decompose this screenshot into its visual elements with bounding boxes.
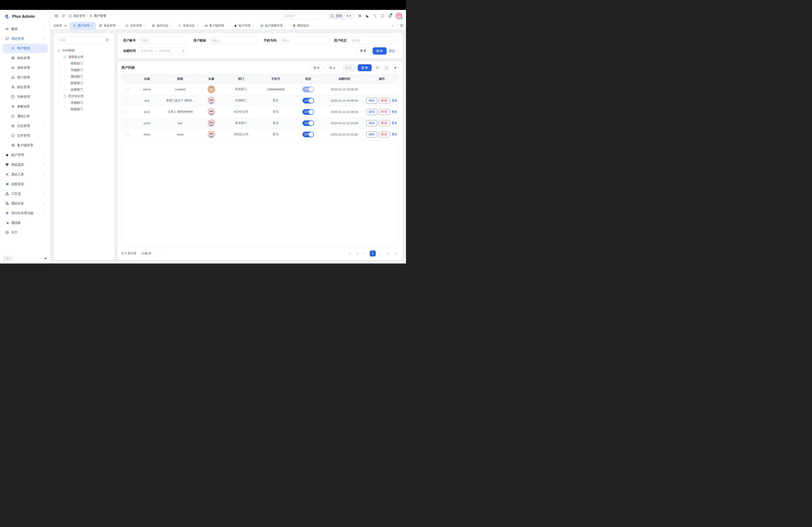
tab-cache-monitor[interactable]: redis缓存监控	[290, 22, 316, 30]
tree-leaf-dept[interactable]: 研发部门	[71, 60, 112, 67]
dark-mode-icon[interactable]	[365, 14, 369, 18]
user-avatar[interactable]	[395, 12, 402, 19]
sidebar-item-client-management[interactable]: 客户端管理	[3, 141, 47, 150]
table-refresh-button[interactable]	[374, 64, 381, 71]
tree-node-company[interactable]: 深圳总公司	[63, 54, 112, 60]
export-button[interactable]: 导出	[310, 64, 324, 71]
status-toggle[interactable]: 启用	[303, 109, 314, 115]
status-toggle[interactable]: 启用	[303, 98, 314, 104]
tree-leaf-dept[interactable]: 市场部门	[71, 100, 112, 106]
sidebar-item-system-tools[interactable]: 系统工具	[3, 170, 47, 179]
more-link[interactable]: 更多	[392, 121, 397, 125]
row-checkbox[interactable]	[126, 122, 129, 125]
tree-refresh-button[interactable]	[103, 37, 111, 44]
sidebar-item-system-monitor[interactable]: 系统监控	[3, 160, 47, 169]
sidebar-item-process-start[interactable]: 流程发起	[3, 179, 47, 189]
status-select[interactable]: 请选择	[349, 37, 398, 44]
edit-button[interactable]: 编辑	[366, 120, 377, 126]
sidebar-item-workflow[interactable]: 工作流	[3, 189, 47, 198]
tab-tenant-management[interactable]: 租户管理	[231, 22, 257, 30]
sidebar-item-post-management[interactable]: 岗位管理	[3, 82, 47, 92]
tenant-select-input[interactable]	[281, 12, 324, 19]
tab-analysis-page[interactable]: 分析页	[50, 22, 70, 30]
tree-leaf-dept[interactable]: 运维部门	[71, 86, 112, 93]
tree-leaf-dept[interactable]: 财务部门	[71, 80, 112, 86]
sidebar-item-dict-management[interactable]: 字典管理	[3, 92, 47, 102]
sidebar-item-param-settings[interactable]: 参数设置	[3, 102, 47, 111]
table-settings-button[interactable]	[392, 64, 399, 71]
page-last-button[interactable]	[393, 251, 399, 257]
edit-button[interactable]: 编辑	[366, 109, 377, 115]
edit-button[interactable]: 编辑	[366, 132, 377, 137]
tab-user-management[interactable]: 用户管理	[70, 22, 96, 30]
close-icon[interactable]	[170, 25, 172, 27]
breadcrumb-system-management[interactable]: 系统管理	[69, 14, 85, 18]
sidebar-pin-button[interactable]	[44, 257, 47, 260]
sidebar-item-notice[interactable]: 通知公告	[3, 111, 47, 121]
sidebar-item-menu-management[interactable]: 菜单管理	[3, 63, 47, 72]
settings-icon[interactable]	[358, 14, 362, 18]
tab-client-management[interactable]: 客户端管理	[202, 22, 231, 30]
edit-button[interactable]: 编辑	[366, 97, 377, 104]
collapse-box-icon[interactable]	[63, 95, 66, 98]
tabs-dropdown-button[interactable]	[388, 22, 397, 30]
tree-leaf-dept[interactable]: 市场部门	[71, 67, 112, 73]
sidebar-item-tenant-management[interactable]: 租户管理	[3, 150, 47, 160]
sidebar-item-system-management[interactable]: 系统管理	[3, 34, 47, 43]
tree-node-root[interactable]: XXX科技	[57, 47, 112, 54]
sidebar-item-file-management[interactable]: 文件管理	[3, 131, 47, 140]
page-number-current[interactable]: 1	[370, 251, 376, 257]
close-icon[interactable]	[310, 25, 313, 27]
tab-role-management[interactable]: 角色管理	[96, 22, 122, 30]
table-fullscreen-button[interactable]	[383, 64, 390, 71]
tree-leaf-dept[interactable]: 财务部门	[71, 106, 112, 112]
tab-operation-log[interactable]: 操作日志	[149, 22, 175, 30]
more-link[interactable]: 更多	[392, 99, 397, 102]
collapse-box-icon[interactable]	[57, 49, 60, 52]
tree-leaf-dept[interactable]: 测试部门	[71, 73, 112, 80]
breadcrumb-user-management[interactable]: 用户管理	[89, 14, 106, 18]
page-next-jump-button[interactable]	[385, 251, 391, 257]
reset-button[interactable]: 重置	[357, 47, 371, 55]
sidebar-item-demo-features[interactable]: 演示站专用功能	[3, 209, 47, 218]
row-checkbox[interactable]	[126, 133, 129, 136]
sidebar-collapse-button[interactable]: «	[3, 255, 13, 261]
sidebar-item-wechat-group[interactable]: 微信群	[3, 218, 47, 227]
page-prev-button[interactable]	[362, 251, 368, 257]
row-checkbox[interactable]	[126, 88, 129, 91]
close-icon[interactable]	[284, 25, 287, 27]
tab-login-log[interactable]: 登录日志	[175, 22, 202, 30]
close-icon[interactable]	[196, 25, 199, 27]
global-search[interactable]: 搜索 K	[328, 12, 354, 20]
row-checkbox[interactable]	[126, 99, 129, 102]
sidebar-item-role-management[interactable]: 角色管理	[3, 54, 47, 63]
sidebar-item-my-tasks[interactable]: 我的任务	[3, 199, 47, 208]
delete-row-button[interactable]: 删除	[379, 120, 390, 126]
phone-input[interactable]	[281, 39, 325, 42]
page-size-select[interactable]: 10条/页	[139, 250, 160, 257]
collapse-filter-link[interactable]: 收起	[389, 49, 398, 53]
delete-row-button[interactable]: 删除	[379, 109, 390, 115]
notifications-button[interactable]	[388, 14, 392, 18]
more-link[interactable]: 更多	[392, 133, 397, 136]
menu-toggle-icon[interactable]	[54, 14, 58, 18]
close-icon[interactable]	[143, 25, 146, 27]
import-button[interactable]: 导入	[326, 64, 340, 71]
status-toggle[interactable]: 启用	[303, 120, 314, 126]
page-first-button[interactable]	[347, 251, 353, 257]
delete-button[interactable]: 删除	[342, 64, 356, 71]
page-next-button[interactable]	[377, 251, 383, 257]
delete-row-button[interactable]: 删除	[379, 97, 390, 104]
close-icon[interactable]	[226, 25, 228, 27]
date-range-picker[interactable]: 开始日期 结束日期	[138, 47, 188, 55]
close-icon[interactable]	[252, 25, 254, 27]
fullscreen-icon[interactable]	[380, 14, 385, 18]
sidebar-item-about[interactable]: 关于	[3, 228, 47, 237]
sidebar-item-user-management[interactable]: 用户管理	[3, 44, 47, 53]
select-all-checkbox[interactable]	[126, 77, 129, 81]
language-icon[interactable]: 文A	[373, 14, 377, 18]
account-input[interactable]	[141, 39, 185, 42]
tab-tenant-package-management[interactable]: 租户套餐管理	[257, 22, 290, 30]
tree-search-input[interactable]	[58, 37, 103, 44]
status-toggle[interactable]: 启用	[303, 132, 314, 137]
